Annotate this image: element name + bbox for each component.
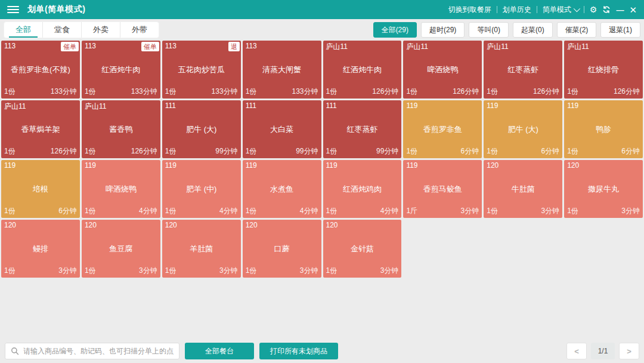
dish-card[interactable]: 120 鳗排 1份 3分钟	[1, 220, 80, 278]
table-number: 120	[487, 161, 499, 170]
dish-name: 香煎马鲛鱼	[405, 184, 479, 194]
table-number: 庐山11	[326, 42, 348, 52]
filter-button[interactable]: 超时(29)	[421, 22, 465, 38]
table-number: 120	[326, 221, 338, 229]
close-icon[interactable]: ✕	[629, 5, 637, 14]
dish-card[interactable]: 120 金针菇 1份 3分钟	[323, 220, 402, 278]
dish-card[interactable]: 120 撒尿牛丸 1份 3分钟	[564, 160, 643, 218]
filter-label: 等叫(0)	[477, 25, 500, 35]
dish-card[interactable]: 119 啤酒烧鸭 1份 4分钟	[82, 160, 160, 218]
tab[interactable]: 外带	[120, 22, 159, 38]
table-number: 113	[165, 42, 177, 50]
dish-quantity: 1份	[4, 146, 16, 156]
dish-card[interactable]: 119 肥牛 (大) 1份 6分钟	[484, 100, 562, 158]
minimize-icon[interactable]: —	[616, 6, 624, 14]
elapsed-time: 3分钟	[139, 266, 157, 276]
tab-label: 外卖	[93, 24, 109, 35]
dish-quantity: 1份	[326, 206, 338, 216]
dish-name: 红酒炖牛肉	[84, 64, 158, 75]
elapsed-time: 133分钟	[212, 87, 238, 97]
dish-quantity: 1份	[326, 87, 338, 97]
dish-card[interactable]: 113 清蒸大闸蟹 1份 133分钟	[243, 41, 321, 99]
dish-card[interactable]: 113 催单 香煎罗非鱼(不辣) 1份 133分钟	[1, 41, 80, 99]
dish-name: 啤酒烧鸭	[84, 184, 158, 194]
dish-quantity: 1份	[165, 266, 177, 276]
dish-quantity: 1份	[567, 87, 578, 97]
dish-name: 香煎罗非鱼	[405, 124, 479, 134]
dish-card[interactable]: 120 牛肚菌 1份 3分钟	[484, 160, 562, 218]
print-unmarked-button[interactable]: 打印所有未划商品	[259, 343, 338, 359]
dish-card[interactable]: 庐山11 红酒炖牛肉 1份 126分钟	[323, 41, 402, 99]
dish-card[interactable]: 111 大白菜 1份 99分钟	[243, 100, 321, 158]
dish-card[interactable]: 113 退 五花肉炒苦瓜 1份 133分钟	[162, 41, 241, 99]
table-number: 120	[165, 221, 177, 229]
filter-label: 催菜(2)	[565, 25, 589, 35]
elapsed-time: 3分钟	[621, 206, 640, 216]
tab-label: 堂食	[54, 24, 70, 35]
prev-page-button[interactable]: <	[566, 343, 587, 359]
dish-card[interactable]: 庐山11 红枣蒸虾 1份 126分钟	[484, 41, 562, 99]
dish-quantity: 1份	[4, 206, 16, 216]
dish-card[interactable]: 119 培根 1份 6分钟	[1, 160, 80, 218]
search-icon	[11, 347, 19, 355]
search-input[interactable]	[23, 347, 174, 355]
page-title: 划单(简单模式)	[27, 4, 85, 15]
mode-dropdown[interactable]: 简单模式	[543, 5, 578, 15]
dish-card[interactable]: 庐山11 红烧排骨 1份 126分钟	[564, 41, 643, 99]
dish-name: 鸭胗	[566, 124, 640, 134]
dish-card[interactable]: 庐山11 啤酒烧鸭 1份 126分钟	[403, 41, 482, 99]
page-indicator: 1/1	[591, 343, 615, 359]
dish-card[interactable]: 120 鱼豆腐 1份 3分钟	[82, 220, 160, 278]
elapsed-time: 99分钟	[376, 146, 398, 156]
dish-quantity: 1份	[165, 206, 177, 216]
dish-quantity: 1份	[567, 206, 578, 216]
dish-card[interactable]: 119 鸭胗 1份 6分钟	[564, 100, 643, 158]
filter-label: 退菜(1)	[609, 25, 632, 35]
dish-card[interactable]: 111 肥牛 (大) 1份 99分钟	[162, 100, 241, 158]
table-number: 119	[406, 161, 417, 170]
dish-card[interactable]: 庐山11 酱香鸭 1份 126分钟	[82, 100, 160, 158]
table-number: 111	[165, 101, 176, 110]
filter-button[interactable]: 全部(29)	[373, 22, 417, 38]
dish-card[interactable]: 庐山11 香草焗羊架 1份 126分钟	[1, 100, 80, 158]
filter-button[interactable]: 退菜(1)	[600, 22, 640, 38]
dish-card[interactable]: 120 羊肚菌 1份 3分钟	[162, 220, 241, 278]
menu-icon[interactable]	[7, 6, 19, 13]
elapsed-time: 4分钟	[219, 206, 238, 216]
elapsed-time: 133分钟	[292, 87, 318, 97]
dish-card[interactable]: 119 香煎马鲛鱼 1斤 3分钟	[403, 160, 482, 218]
dish-card[interactable]: 119 香煎罗非鱼 1份 6分钟	[403, 100, 482, 158]
dish-card[interactable]: 120 口蘑 1份 3分钟	[243, 220, 321, 278]
search-box[interactable]	[5, 343, 179, 359]
dish-name: 红烧排骨	[566, 64, 640, 75]
filter-button[interactable]: 起菜(0)	[513, 22, 553, 38]
tab[interactable]: 外卖	[81, 22, 120, 38]
elapsed-time: 6分钟	[541, 146, 559, 156]
next-page-button[interactable]: >	[619, 343, 639, 359]
dish-quantity: 1份	[487, 87, 498, 97]
table-number: 庐山11	[406, 42, 428, 52]
gear-icon[interactable]: ⚙	[590, 5, 597, 14]
dish-card[interactable]: 119 红酒炖鸡肉 1份 4分钟	[323, 160, 402, 218]
dish-card[interactable]: 119 水煮鱼 1份 4分钟	[243, 160, 321, 218]
table-number: 120	[85, 221, 97, 229]
elapsed-time: 133分钟	[131, 87, 157, 97]
filter-button[interactable]: 催菜(2)	[557, 22, 597, 38]
filter-button[interactable]: 等叫(0)	[469, 22, 509, 38]
dish-name: 培根	[4, 184, 78, 194]
table-number: 119	[487, 101, 498, 110]
dish-quantity: 1份	[487, 206, 498, 216]
table-number: 119	[246, 161, 257, 170]
tab[interactable]: 堂食	[42, 22, 81, 38]
sync-icon[interactable]	[602, 5, 611, 14]
table-number: 120	[246, 221, 258, 229]
order-history-link[interactable]: 划单历史	[503, 5, 531, 15]
dish-card[interactable]: 111 红枣蒸虾 1份 99分钟	[323, 100, 402, 158]
dish-quantity: 1份	[246, 146, 257, 156]
switch-to-pickup-screen-link[interactable]: 切换到取餐屏	[448, 5, 491, 15]
dish-card[interactable]: 119 肥羊 (中) 1份 4分钟	[162, 160, 241, 218]
all-tables-button[interactable]: 全部餐台	[185, 343, 254, 359]
dish-name: 肥羊 (中)	[165, 184, 239, 194]
dish-card[interactable]: 113 催单 红酒炖牛肉 1份 133分钟	[82, 41, 160, 99]
tab[interactable]: 全部	[4, 22, 42, 38]
